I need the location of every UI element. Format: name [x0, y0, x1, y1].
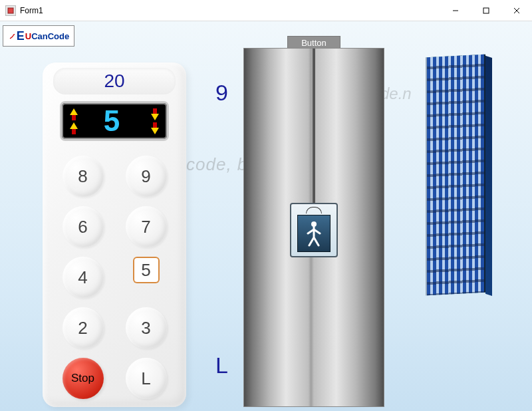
floor-button-grid: 8 9 6 7 4 5 2 3 Stop L	[57, 156, 172, 404]
title-bar: Form1	[0, 0, 532, 21]
app-icon	[5, 5, 16, 16]
floor-label-bottom: L	[215, 352, 228, 378]
led-arrows-left	[67, 107, 80, 135]
window-title: Form1	[20, 6, 43, 15]
car-gauge-icon	[306, 207, 322, 213]
panel-top-display: 20	[53, 68, 176, 94]
led-floor-number: 5	[104, 104, 125, 138]
led-display: 5	[60, 101, 169, 141]
logo-box: ⟋EUCanCode	[3, 25, 74, 47]
logo-red-mark: ⟋	[8, 31, 17, 41]
stop-button[interactable]: Stop	[63, 358, 104, 399]
floor-button-lobby[interactable]: L	[126, 358, 167, 399]
floor-button-5[interactable]: 5	[133, 257, 160, 283]
watermark-text-2: de.n	[380, 84, 412, 103]
elevator-car	[290, 203, 338, 257]
floor-button-8[interactable]: 8	[63, 156, 104, 197]
floor-button-2[interactable]: 2	[63, 307, 104, 348]
client-area: ⟋EUCanCode code, by v de.n 20 5 8 9 6 7 …	[0, 21, 532, 411]
arrow-down-icon	[151, 114, 159, 120]
floor-label-top: 9	[215, 80, 228, 106]
floor-button-9[interactable]: 9	[126, 156, 167, 197]
person-icon	[305, 220, 323, 247]
svg-rect-0	[8, 8, 13, 13]
logo-text: CanCode	[31, 31, 69, 41]
floor-button-7[interactable]: 7	[126, 206, 167, 247]
panel-top-value: 20	[104, 70, 124, 92]
building-illustration	[426, 55, 485, 296]
svg-rect-2	[483, 8, 489, 13]
arrow-up-icon	[70, 108, 78, 115]
elevator-panel: 20 5 8 9 6 7 4 5 2 3 Stop L	[43, 63, 186, 407]
floor-button-3[interactable]: 3	[126, 307, 167, 348]
minimize-button[interactable]	[440, 0, 471, 21]
logo-u: U	[25, 31, 31, 41]
logo-e: E	[17, 29, 25, 43]
floor-button-6[interactable]: 6	[63, 206, 104, 247]
elevator-cable	[313, 49, 315, 203]
elevator-shaft	[243, 48, 384, 407]
shaft-top-button[interactable]: Button	[287, 36, 340, 49]
arrow-up-icon	[70, 122, 78, 129]
arrow-down-icon	[151, 128, 159, 134]
maximize-button[interactable]	[471, 0, 501, 21]
car-door	[297, 215, 331, 252]
close-button[interactable]	[501, 0, 532, 21]
led-arrows-right	[148, 107, 162, 135]
floor-button-4[interactable]: 4	[63, 257, 104, 298]
